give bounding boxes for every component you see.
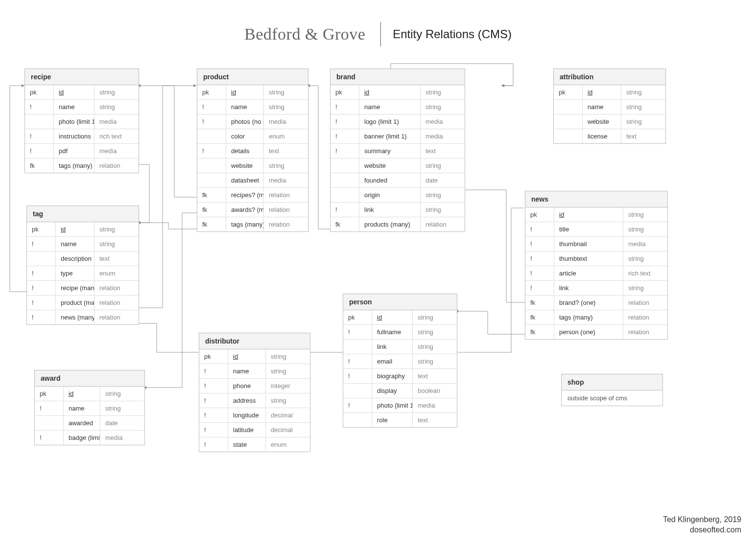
- row-field: id: [64, 387, 100, 401]
- row-type: string: [421, 85, 465, 100]
- row-type: relation: [623, 296, 668, 310]
- row-key: [27, 252, 56, 266]
- row-type: decimal: [266, 423, 310, 437]
- row-type: string: [264, 85, 308, 100]
- table-row: descriptiontext: [27, 252, 139, 266]
- entity-title: recipe: [25, 69, 139, 85]
- row-field: name: [54, 100, 94, 115]
- row-type: string: [100, 387, 145, 401]
- row-type: string: [94, 237, 139, 252]
- entity-title: attribution: [554, 69, 665, 85]
- row-field: address: [228, 393, 266, 408]
- entity-person: person pkidstring!fullnamestringlinkstri…: [343, 294, 457, 428]
- row-field: id: [226, 85, 264, 100]
- table-row: pkidstring: [197, 85, 308, 100]
- table-row: fktags (many)relation: [197, 217, 308, 232]
- row-type: enum: [94, 266, 139, 281]
- row-key: !: [525, 237, 554, 252]
- row-field: website: [226, 159, 264, 173]
- row-key: [554, 115, 583, 129]
- row-type: relation: [264, 203, 308, 217]
- row-key: [197, 159, 226, 173]
- row-key: [197, 173, 226, 188]
- row-key: !: [199, 379, 228, 393]
- row-type: relation: [421, 217, 465, 232]
- table-row: pkidstring: [27, 222, 139, 237]
- row-field: state: [228, 437, 266, 452]
- table-row: !instructionsrich text: [25, 129, 139, 144]
- row-key: !: [331, 203, 359, 217]
- table-row: roletext: [343, 413, 457, 428]
- row-field: name: [64, 401, 100, 416]
- row-field: tags (many): [54, 159, 94, 173]
- row-type: string: [100, 401, 145, 416]
- row-key: pk: [35, 387, 64, 401]
- entity-title: news: [525, 191, 667, 207]
- row-type: rich text: [623, 266, 668, 281]
- row-field: product (many): [56, 296, 94, 310]
- table-row: linkstring: [343, 340, 457, 354]
- row-field: phone: [228, 379, 266, 393]
- table-row: displayboolean: [343, 384, 457, 398]
- row-type: string: [266, 393, 310, 408]
- row-field: name: [56, 237, 94, 252]
- table-row: pkidstring: [199, 349, 310, 364]
- row-field: awards? (many): [226, 203, 264, 217]
- table-row: !product (many)relation: [27, 296, 139, 310]
- row-type: media: [421, 115, 465, 129]
- row-field: email: [372, 354, 413, 369]
- row-type: string: [623, 222, 668, 237]
- row-field: id: [56, 222, 94, 237]
- row-type: text: [413, 413, 457, 428]
- row-field: type: [56, 266, 94, 281]
- entity-rows: pkidstring!fullnamestringlinkstring!emai…: [343, 310, 457, 427]
- entity-title: brand: [331, 69, 465, 85]
- entity-title: product: [197, 69, 308, 85]
- row-type: string: [623, 252, 668, 266]
- row-field: id: [372, 310, 413, 325]
- table-row: pkidstring: [554, 85, 665, 100]
- row-field: tags (many): [554, 310, 623, 325]
- table-row: !photos (no limit)media: [197, 115, 308, 129]
- table-row: !thumbnailmedia: [525, 237, 667, 252]
- row-key: !: [331, 115, 359, 129]
- row-field: role: [372, 413, 413, 428]
- table-row: !thumbtextstring: [525, 252, 667, 266]
- row-type: text: [421, 144, 465, 159]
- entity-title: award: [35, 370, 144, 387]
- row-type: relation: [264, 217, 308, 232]
- row-type: string: [264, 100, 308, 115]
- table-row: !logo (limit 1)media: [331, 115, 465, 129]
- row-type: rich text: [94, 129, 139, 144]
- row-type: relation: [94, 159, 139, 173]
- row-key: [343, 413, 372, 428]
- row-key: !: [199, 408, 228, 423]
- entity-shop: shop outside scope of cms: [561, 374, 663, 406]
- row-field: name: [226, 100, 264, 115]
- row-key: [331, 173, 359, 188]
- credit-line-1: Ted Klingenberg, 2019: [663, 515, 741, 525]
- row-type: string: [413, 354, 457, 369]
- row-field: id: [359, 85, 421, 100]
- header-divider: [380, 22, 381, 46]
- table-row: !fullnamestring: [343, 325, 457, 340]
- row-key: [554, 129, 583, 144]
- entity-title: shop: [562, 374, 662, 390]
- row-key: [35, 416, 64, 431]
- row-field: banner (limit 1): [359, 129, 421, 144]
- row-type: enum: [264, 129, 308, 144]
- table-row: !namestring: [35, 401, 144, 416]
- row-key: pk: [525, 207, 554, 222]
- row-type: string: [621, 100, 666, 115]
- table-row: !namestring: [199, 364, 310, 379]
- credit-line-2: doseofted.com: [663, 525, 741, 535]
- row-type: media: [100, 431, 145, 445]
- table-row: fktags (many)relation: [525, 310, 667, 325]
- row-key: !: [27, 296, 56, 310]
- row-type: date: [421, 173, 465, 188]
- row-key: [554, 100, 583, 115]
- row-type: relation: [94, 310, 139, 325]
- row-field: title: [554, 222, 623, 237]
- row-key: !: [25, 100, 54, 115]
- row-type: media: [413, 398, 457, 413]
